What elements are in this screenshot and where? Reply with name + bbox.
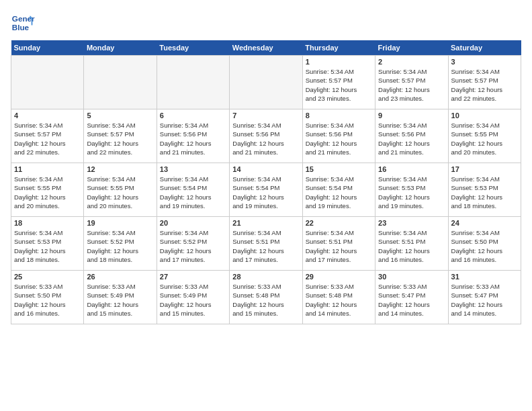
calendar-cell: 27Sunrise: 5:33 AM Sunset: 5:49 PM Dayli… bbox=[157, 271, 229, 324]
day-number: 21 bbox=[232, 219, 299, 227]
day-info: Sunrise: 5:34 AM Sunset: 5:56 PM Dayligh… bbox=[378, 121, 445, 156]
calendar-table: SundayMondayTuesdayWednesdayThursdayFrid… bbox=[11, 40, 521, 324]
calendar-cell: 1Sunrise: 5:34 AM Sunset: 5:57 PM Daylig… bbox=[302, 56, 375, 109]
day-info: Sunrise: 5:34 AM Sunset: 5:54 PM Dayligh… bbox=[306, 175, 372, 210]
calendar-week-row: 4Sunrise: 5:34 AM Sunset: 5:57 PM Daylig… bbox=[11, 109, 521, 163]
calendar-cell: 29Sunrise: 5:33 AM Sunset: 5:48 PM Dayli… bbox=[302, 271, 375, 324]
weekday-header: Wednesday bbox=[230, 40, 302, 56]
day-number: 2 bbox=[378, 58, 445, 66]
calendar-cell: 24Sunrise: 5:34 AM Sunset: 5:50 PM Dayli… bbox=[448, 217, 521, 271]
day-info: Sunrise: 5:34 AM Sunset: 5:53 PM Dayligh… bbox=[378, 175, 445, 210]
day-info: Sunrise: 5:34 AM Sunset: 5:56 PM Dayligh… bbox=[232, 121, 299, 156]
day-info: Sunrise: 5:34 AM Sunset: 5:53 PM Dayligh… bbox=[451, 175, 518, 210]
calendar-cell: 20Sunrise: 5:34 AM Sunset: 5:52 PM Dayli… bbox=[157, 217, 229, 271]
calendar-cell bbox=[84, 56, 157, 109]
day-number: 12 bbox=[87, 165, 153, 173]
day-number: 8 bbox=[306, 111, 372, 120]
day-number: 5 bbox=[87, 111, 153, 120]
calendar-week-row: 1Sunrise: 5:34 AM Sunset: 5:57 PM Daylig… bbox=[11, 56, 521, 109]
day-info: Sunrise: 5:34 AM Sunset: 5:55 PM Dayligh… bbox=[14, 175, 81, 210]
weekday-header: Friday bbox=[375, 40, 448, 56]
calendar-week-row: 11Sunrise: 5:34 AM Sunset: 5:55 PM Dayli… bbox=[11, 163, 521, 217]
weekday-header: Thursday bbox=[302, 40, 375, 56]
calendar-week-row: 25Sunrise: 5:33 AM Sunset: 5:50 PM Dayli… bbox=[11, 271, 521, 324]
day-info: Sunrise: 5:33 AM Sunset: 5:49 PM Dayligh… bbox=[160, 282, 226, 318]
day-number: 13 bbox=[160, 165, 226, 173]
day-info: Sunrise: 5:34 AM Sunset: 5:55 PM Dayligh… bbox=[87, 175, 153, 210]
day-number: 16 bbox=[378, 165, 445, 173]
calendar-cell: 28Sunrise: 5:33 AM Sunset: 5:48 PM Dayli… bbox=[230, 271, 302, 324]
calendar-cell: 21Sunrise: 5:34 AM Sunset: 5:51 PM Dayli… bbox=[230, 217, 302, 271]
day-info: Sunrise: 5:33 AM Sunset: 5:48 PM Dayligh… bbox=[306, 282, 372, 318]
day-number: 20 bbox=[160, 219, 226, 227]
day-info: Sunrise: 5:33 AM Sunset: 5:50 PM Dayligh… bbox=[14, 282, 81, 318]
day-info: Sunrise: 5:33 AM Sunset: 5:48 PM Dayligh… bbox=[232, 282, 299, 318]
day-info: Sunrise: 5:34 AM Sunset: 5:51 PM Dayligh… bbox=[378, 228, 445, 264]
day-info: Sunrise: 5:34 AM Sunset: 5:51 PM Dayligh… bbox=[306, 228, 372, 264]
day-number: 1 bbox=[306, 58, 372, 66]
calendar-cell: 15Sunrise: 5:34 AM Sunset: 5:54 PM Dayli… bbox=[302, 163, 375, 217]
day-number: 24 bbox=[451, 219, 518, 227]
calendar-cell bbox=[11, 56, 84, 109]
day-number: 15 bbox=[306, 165, 372, 173]
day-info: Sunrise: 5:34 AM Sunset: 5:53 PM Dayligh… bbox=[14, 228, 81, 264]
weekday-header-row: SundayMondayTuesdayWednesdayThursdayFrid… bbox=[11, 40, 521, 56]
day-info: Sunrise: 5:34 AM Sunset: 5:55 PM Dayligh… bbox=[451, 121, 518, 156]
page-header: General Blue bbox=[11, 11, 521, 35]
calendar-cell: 6Sunrise: 5:34 AM Sunset: 5:56 PM Daylig… bbox=[157, 109, 229, 163]
day-info: Sunrise: 5:33 AM Sunset: 5:47 PM Dayligh… bbox=[451, 282, 518, 318]
day-number: 10 bbox=[451, 111, 518, 120]
day-number: 25 bbox=[14, 273, 81, 281]
day-number: 19 bbox=[87, 219, 153, 227]
weekday-header: Tuesday bbox=[157, 40, 229, 56]
day-info: Sunrise: 5:34 AM Sunset: 5:52 PM Dayligh… bbox=[160, 228, 226, 264]
logo: General Blue bbox=[11, 11, 35, 35]
day-number: 18 bbox=[14, 219, 81, 227]
calendar-cell bbox=[157, 56, 229, 109]
day-number: 23 bbox=[378, 219, 445, 227]
day-number: 27 bbox=[160, 273, 226, 281]
calendar-cell: 19Sunrise: 5:34 AM Sunset: 5:52 PM Dayli… bbox=[84, 217, 157, 271]
calendar-cell: 4Sunrise: 5:34 AM Sunset: 5:57 PM Daylig… bbox=[11, 109, 84, 163]
calendar-cell: 31Sunrise: 5:33 AM Sunset: 5:47 PM Dayli… bbox=[448, 271, 521, 324]
calendar-cell: 16Sunrise: 5:34 AM Sunset: 5:53 PM Dayli… bbox=[375, 163, 448, 217]
calendar-cell: 10Sunrise: 5:34 AM Sunset: 5:55 PM Dayli… bbox=[448, 109, 521, 163]
day-info: Sunrise: 5:33 AM Sunset: 5:47 PM Dayligh… bbox=[378, 282, 445, 318]
calendar-cell bbox=[230, 56, 302, 109]
day-info: Sunrise: 5:34 AM Sunset: 5:54 PM Dayligh… bbox=[160, 175, 226, 210]
day-number: 11 bbox=[14, 165, 81, 173]
day-number: 14 bbox=[232, 165, 299, 173]
calendar-cell: 3Sunrise: 5:34 AM Sunset: 5:57 PM Daylig… bbox=[448, 56, 521, 109]
svg-text:Blue: Blue bbox=[12, 23, 30, 32]
calendar-cell: 2Sunrise: 5:34 AM Sunset: 5:57 PM Daylig… bbox=[375, 56, 448, 109]
day-info: Sunrise: 5:34 AM Sunset: 5:57 PM Dayligh… bbox=[451, 67, 518, 103]
day-number: 17 bbox=[451, 165, 518, 173]
logo-icon: General Blue bbox=[11, 11, 35, 35]
day-number: 6 bbox=[160, 111, 226, 120]
day-number: 7 bbox=[232, 111, 299, 120]
day-info: Sunrise: 5:34 AM Sunset: 5:54 PM Dayligh… bbox=[232, 175, 299, 210]
day-info: Sunrise: 5:34 AM Sunset: 5:57 PM Dayligh… bbox=[14, 121, 81, 156]
day-number: 3 bbox=[451, 58, 518, 66]
day-info: Sunrise: 5:34 AM Sunset: 5:52 PM Dayligh… bbox=[87, 228, 153, 264]
weekday-header: Monday bbox=[84, 40, 157, 56]
day-info: Sunrise: 5:33 AM Sunset: 5:49 PM Dayligh… bbox=[87, 282, 153, 318]
day-number: 28 bbox=[232, 273, 299, 281]
day-info: Sunrise: 5:34 AM Sunset: 5:56 PM Dayligh… bbox=[306, 121, 372, 156]
day-info: Sunrise: 5:34 AM Sunset: 5:57 PM Dayligh… bbox=[306, 67, 372, 103]
calendar-cell: 13Sunrise: 5:34 AM Sunset: 5:54 PM Dayli… bbox=[157, 163, 229, 217]
calendar-cell: 25Sunrise: 5:33 AM Sunset: 5:50 PM Dayli… bbox=[11, 271, 84, 324]
calendar-cell: 7Sunrise: 5:34 AM Sunset: 5:56 PM Daylig… bbox=[230, 109, 302, 163]
day-number: 31 bbox=[451, 273, 518, 281]
day-info: Sunrise: 5:34 AM Sunset: 5:51 PM Dayligh… bbox=[232, 228, 299, 264]
calendar-week-row: 18Sunrise: 5:34 AM Sunset: 5:53 PM Dayli… bbox=[11, 217, 521, 271]
weekday-header: Saturday bbox=[448, 40, 521, 56]
calendar-cell: 9Sunrise: 5:34 AM Sunset: 5:56 PM Daylig… bbox=[375, 109, 448, 163]
day-number: 4 bbox=[14, 111, 81, 120]
calendar-cell: 26Sunrise: 5:33 AM Sunset: 5:49 PM Dayli… bbox=[84, 271, 157, 324]
calendar-cell: 18Sunrise: 5:34 AM Sunset: 5:53 PM Dayli… bbox=[11, 217, 84, 271]
day-info: Sunrise: 5:34 AM Sunset: 5:57 PM Dayligh… bbox=[87, 121, 153, 156]
calendar-cell: 30Sunrise: 5:33 AM Sunset: 5:47 PM Dayli… bbox=[375, 271, 448, 324]
day-number: 22 bbox=[306, 219, 372, 227]
calendar-cell: 5Sunrise: 5:34 AM Sunset: 5:57 PM Daylig… bbox=[84, 109, 157, 163]
